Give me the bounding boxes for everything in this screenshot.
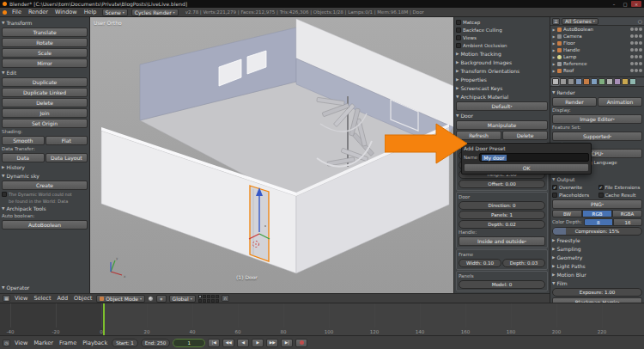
exposure-slider[interactable]: Exposure: 1.00 [552, 288, 642, 297]
panel-properties[interactable]: ▶Properties [456, 76, 548, 83]
menu-help[interactable]: Help [82, 9, 99, 15]
checkbox-icon[interactable] [456, 20, 461, 25]
close-button[interactable]: × [631, 1, 641, 7]
visibility-toggle-icon[interactable] [630, 55, 634, 58]
duplicate-button[interactable]: Duplicate [2, 77, 88, 87]
layer-dot[interactable] [203, 299, 206, 303]
checkbox-icon[interactable] [456, 35, 461, 40]
cache-result-checkbox[interactable]: Cache Result [598, 192, 643, 199]
render-toggle-icon[interactable] [639, 41, 642, 45]
visibility-toggle-icon[interactable] [630, 34, 634, 38]
model-slider[interactable]: Model: 0 [459, 280, 545, 289]
menu-object[interactable]: Object [72, 295, 94, 302]
menu-tl-marker[interactable]: Marker [32, 340, 54, 346]
render-toggle-icon[interactable] [639, 55, 642, 58]
play-button[interactable]: ▶ [252, 339, 264, 347]
render-toggle-icon[interactable] [639, 48, 642, 52]
menu-tl-frame[interactable]: Frame [58, 340, 78, 346]
compression-slider[interactable]: Compression: 15% [552, 227, 642, 236]
feature-set-dropdown[interactable]: Supported▾ [552, 132, 642, 141]
outliner-item-floor[interactable]: ▶Floor [550, 40, 644, 46]
visibility-toggle-icon[interactable] [630, 28, 634, 31]
data-layout-button[interactable]: Data Layout [46, 153, 88, 162]
panel-edit[interactable]: ▼Edit [2, 69, 88, 77]
tab-render-layers[interactable] [560, 78, 567, 85]
tab-particles[interactable] [622, 78, 629, 85]
selectability-toggle-icon[interactable] [635, 55, 638, 58]
ambient-occlusion-checkbox[interactable]: Ambient Occlusion [456, 42, 548, 49]
create-sky-button[interactable]: Create [2, 181, 88, 190]
panel-render[interactable]: ▼Render [552, 89, 642, 96]
ok-button[interactable]: OK [464, 163, 589, 172]
panel-background-images[interactable]: ▶Background Images [456, 58, 548, 66]
preset-name-input[interactable]: My door [479, 153, 589, 162]
manipulate-button[interactable]: Manipulate [456, 120, 548, 130]
menu-window[interactable]: Window [53, 9, 79, 15]
render-toggle-icon[interactable] [639, 34, 642, 38]
frame-depth-slider[interactable]: Depth: 0.03 [502, 259, 545, 267]
door-panel-depth-slider[interactable]: Depth: 0.02 [459, 220, 545, 229]
jump-to-start-button[interactable]: |◀ [208, 339, 220, 347]
menu-render[interactable]: Render [27, 9, 50, 15]
animation-button[interactable]: Animation [598, 97, 642, 107]
blender-logo-icon[interactable] [3, 10, 7, 15]
panel-sampling[interactable]: ▶Sampling [552, 245, 642, 253]
checkbox-checked-icon[interactable]: ✓ [598, 185, 604, 190]
rotate-button[interactable]: Rotate [2, 38, 88, 47]
outliner-item-camera[interactable]: ▶Camera [550, 33, 644, 40]
sky-note-row[interactable]: The Dynamic World could not [2, 191, 88, 198]
render-toggle-icon[interactable] [639, 28, 642, 31]
checkbox-icon[interactable] [456, 43, 461, 48]
layer-dot[interactable] [203, 295, 206, 298]
panel-output[interactable]: ▼Output [552, 175, 642, 183]
visibility-toggle-icon[interactable] [630, 41, 634, 45]
chevron-right-icon[interactable]: ▶ [552, 55, 556, 59]
tab-modifiers[interactable] [591, 78, 598, 85]
panel-geometry[interactable]: ▶Geometry [552, 254, 642, 261]
layer-dot[interactable] [207, 295, 210, 298]
menu-select[interactable]: Select [32, 295, 52, 302]
data-button[interactable]: Data [2, 153, 45, 162]
render-engine-selector[interactable]: Cycles Render▾ [131, 9, 179, 16]
duplicate-linked-button[interactable]: Duplicate Linked [2, 88, 88, 97]
checkbox-icon[interactable] [552, 193, 557, 198]
file-format-dropdown[interactable]: PNG▾ [552, 199, 642, 209]
panel-motion-tracking[interactable]: ▶Motion Tracking [456, 50, 548, 58]
file-extensions-checkbox[interactable]: ✓File Extensions [598, 184, 643, 191]
outliner-item-lamp[interactable]: ▶Lamp [550, 53, 644, 60]
layer-dot[interactable] [211, 295, 215, 298]
scene-selector[interactable]: Scene▾ [102, 9, 128, 16]
door-offset-slider[interactable]: Offset: 0.00 [459, 180, 545, 188]
outliner-item-handle[interactable]: ▶Handle [550, 46, 644, 53]
set-origin-dropdown[interactable]: Set Origin [2, 119, 88, 128]
tab-render[interactable] [552, 78, 559, 85]
menu-add[interactable]: Add [56, 295, 70, 302]
delete-button[interactable]: Delete [2, 98, 88, 107]
panel-screencast-keys[interactable]: ▶Screencast Keys [456, 84, 548, 92]
layer-dot[interactable] [216, 299, 219, 303]
chevron-right-icon[interactable]: ▶ [552, 69, 556, 73]
layer-dot[interactable] [198, 299, 202, 303]
play-reverse-button[interactable]: ◀ [237, 339, 249, 347]
tab-texture[interactable] [614, 78, 621, 85]
chevron-right-icon[interactable]: ▶ [552, 62, 556, 66]
color-depth-16[interactable]: 16 [613, 218, 642, 226]
render-button[interactable]: Render [552, 97, 597, 107]
tab-material[interactable] [606, 78, 613, 85]
timeline-editor-type-icon[interactable]: ◷ [3, 340, 10, 346]
panel-archipack-tools[interactable]: ▼Archipack Tools [2, 205, 88, 212]
selectability-toggle-icon[interactable] [635, 48, 638, 52]
overwrite-checkbox[interactable]: ✓Overwrite [552, 184, 597, 191]
scale-button[interactable]: Scale [2, 48, 88, 58]
tab-object[interactable] [583, 78, 590, 85]
minimize-button[interactable]: – [609, 1, 619, 7]
render-toggle-icon[interactable] [639, 62, 642, 65]
checkbox-icon[interactable] [2, 192, 7, 197]
selectability-toggle-icon[interactable] [635, 41, 638, 45]
backface-culling-checkbox[interactable]: Backface Culling [456, 27, 548, 34]
selectability-toggle-icon[interactable] [635, 28, 638, 31]
layer-dot[interactable] [211, 299, 215, 303]
layer-grid[interactable] [198, 295, 219, 303]
color-mode-rgb[interactable]: RGB [582, 210, 612, 217]
selectability-toggle-icon[interactable] [635, 69, 638, 72]
